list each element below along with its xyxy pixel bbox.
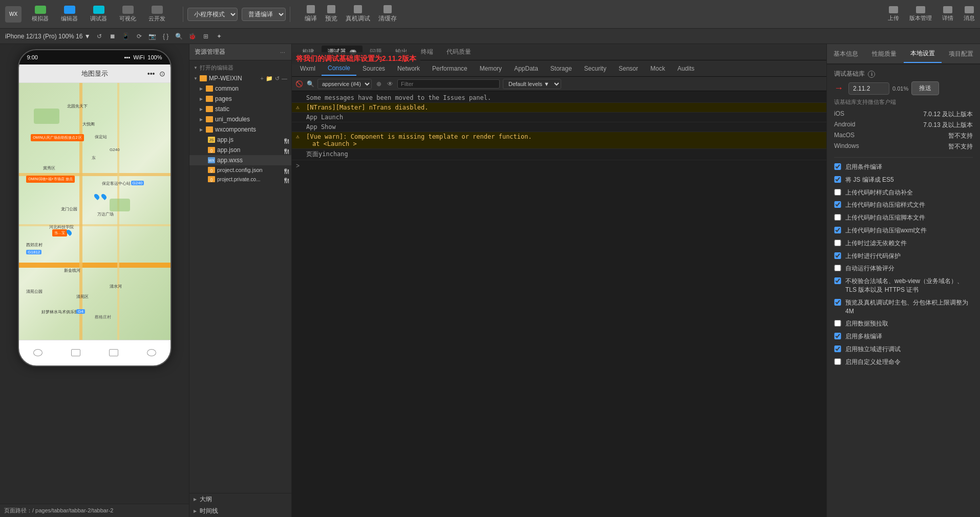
checkbox-row-14[interactable]: 启用自定义处理命令 — [834, 358, 973, 367]
real-debug-btn[interactable]: 真机调试 — [346, 5, 370, 23]
upload-btn[interactable]: 上传 — [888, 6, 899, 22]
devtools-tab-memory[interactable]: Memory — [474, 62, 508, 75]
map-marker-3[interactable]: 当…宝 — [52, 229, 67, 236]
right-tab-local[interactable]: 本地设置 — [904, 45, 942, 63]
editor-btn[interactable]: 编辑器 — [56, 4, 83, 25]
checkbox-8[interactable] — [834, 265, 841, 271]
tab-debugger[interactable]: 调试器 2 — [322, 46, 363, 58]
tab-send[interactable] — [33, 349, 42, 357]
message-btn[interactable]: 消息 — [964, 6, 975, 22]
devtools-tab-mock[interactable]: Mock — [644, 62, 671, 75]
send-btn[interactable]: 推送 — [911, 81, 939, 95]
checkbox-9[interactable] — [834, 277, 841, 284]
checkbox-row-1[interactable]: 将 JS 编译成 ES5 — [834, 176, 973, 184]
console-level-select[interactable]: Default levels ▼ — [503, 79, 561, 89]
tab-build[interactable]: 构建 — [296, 46, 321, 58]
checkbox-row-8[interactable]: 自动运行体验评分 — [834, 264, 973, 273]
checkbox-11[interactable] — [834, 320, 841, 327]
explorer-more-icon[interactable]: ··· — [279, 49, 286, 56]
checkbox-row-12[interactable]: 启用多核编译 — [834, 332, 973, 341]
checkbox-13[interactable] — [834, 346, 841, 352]
screenshot-icon[interactable]: 📷 — [148, 32, 157, 41]
checkbox-0[interactable] — [834, 163, 841, 170]
visualize-btn[interactable]: 可视化 — [114, 4, 141, 25]
devtools-tab-console[interactable]: Console — [322, 61, 356, 76]
checkbox-2[interactable] — [834, 189, 841, 196]
checkbox-row-11[interactable]: 启用数据预拉取 — [834, 319, 973, 328]
debug-lib-info-icon[interactable]: ℹ — [868, 71, 875, 78]
checkbox-row-9[interactable]: 不校验合法域名、web-view（业务域名）、TLS 版本以及 HTTPS 证书 — [834, 277, 973, 294]
checkbox-7[interactable] — [834, 252, 841, 259]
devtools-tab-appdata[interactable]: AppData — [508, 62, 544, 75]
checkbox-1[interactable] — [834, 176, 841, 183]
simulator-btn[interactable]: 模拟器 — [27, 4, 54, 25]
tree-item-wxcomponents[interactable]: ▶ wxcomponents — [189, 124, 291, 135]
code-icon[interactable]: { } — [161, 32, 171, 41]
mode-select[interactable]: 小程序模式 — [187, 8, 238, 21]
outline-item[interactable]: ▶ 大纲 — [189, 493, 291, 505]
right-tab-basic[interactable]: 基本信息 — [827, 46, 865, 62]
console-eye-icon[interactable]: 👁 — [386, 80, 394, 88]
console-search-icon[interactable]: 🔍 — [306, 80, 314, 88]
map-marker-2[interactable]: OMINI回收+福+市场店 放点 — [26, 176, 74, 183]
devtools-tab-sensor[interactable]: Sensor — [612, 62, 644, 75]
tree-item-app-json[interactable]: ▶ {} app.json M — [189, 145, 291, 155]
checkbox-row-2[interactable]: 上传代码时样式自动补全 — [834, 188, 973, 197]
checkbox-row-7[interactable]: 上传时进行代码保护 — [834, 252, 973, 261]
devtools-tab-network[interactable]: Network — [391, 62, 426, 75]
tree-item-common[interactable]: ▶ common — [189, 83, 291, 94]
console-filter-input[interactable] — [397, 79, 500, 89]
right-tab-project[interactable]: 项目配置 — [942, 46, 980, 62]
tab-code-quality[interactable]: 代码质量 — [440, 46, 477, 58]
checkbox-row-6[interactable]: 上传时过滤无依赖文件 — [834, 239, 973, 248]
checkbox-row-3[interactable]: 上传代码时自动压缩样式文件 — [834, 201, 973, 209]
root-folder[interactable]: ▼ MP-WEIXIN + 📁 ↺ — — [189, 73, 291, 83]
refresh-tree-icon[interactable]: ↺ — [275, 75, 280, 82]
devtools-tab-performance[interactable]: Performance — [426, 62, 474, 75]
tree-item-pages[interactable]: ▶ pages — [189, 94, 291, 104]
collapse-icon[interactable]: — — [282, 75, 287, 82]
devtools-tab-audits[interactable]: Audits — [671, 62, 700, 75]
tab-issues[interactable]: 问题 — [364, 46, 388, 58]
refresh-icon[interactable]: ↺ — [95, 32, 104, 41]
detail-btn[interactable]: 详情 — [942, 6, 953, 22]
tree-item-static[interactable]: ▶ static — [189, 104, 291, 114]
tree-item-app-wxss[interactable]: ▶ WX app.wxss — [189, 155, 291, 165]
tab-expand[interactable] — [71, 349, 80, 357]
compile-btn[interactable]: 编译 — [305, 5, 317, 23]
map-marker-1[interactable]: OMINI人民广场自助投放点2 区 — [31, 134, 84, 141]
checkbox-3[interactable] — [834, 201, 841, 208]
star-icon[interactable]: ✦ — [215, 32, 224, 41]
console-prompt[interactable]: > — [292, 160, 826, 171]
device-select[interactable]: iPhone 12/13 (Pro) 100% 16 ▼ — [5, 33, 91, 40]
tree-item-project-private[interactable]: ▶ {} project.private.co... M — [189, 175, 291, 184]
stop-icon[interactable]: ⏹ — [108, 32, 117, 41]
version-mgr-btn[interactable]: 版本管理 — [909, 6, 932, 22]
version-input[interactable] — [848, 82, 889, 95]
tree-item-project-config[interactable]: ▶ {} project.config.json M — [189, 165, 291, 175]
checkbox-row-10[interactable]: 预览及真机调试时主包、分包体积上限调整为4M — [834, 298, 973, 316]
search-icon[interactable]: 🔍 — [175, 32, 184, 41]
debug-icon[interactable]: 🐞 — [188, 32, 197, 41]
checkbox-10[interactable] — [834, 299, 841, 306]
timeline-item[interactable]: ▶ 时间线 — [189, 505, 291, 517]
tree-item-uni-modules[interactable]: ▶ uni_modules — [189, 114, 291, 124]
checkbox-row-4[interactable]: 上传代码时自动压缩脚本文件 — [834, 213, 973, 222]
checkbox-6[interactable] — [834, 240, 841, 246]
checkbox-row-13[interactable]: 启用独立域进行调试 — [834, 345, 973, 354]
devtools-tab-sources[interactable]: Sources — [356, 62, 391, 75]
console-clear-icon[interactable]: 🚫 — [295, 80, 303, 88]
cloud-btn[interactable]: 云开发 — [143, 4, 171, 25]
checkbox-4[interactable] — [834, 214, 841, 221]
checkbox-14[interactable] — [834, 358, 841, 365]
appservice-select[interactable]: appservice (#4) — [317, 79, 372, 89]
preview-btn[interactable]: 预览 — [325, 5, 337, 23]
console-expand-icon[interactable]: ⊕ — [375, 80, 383, 88]
new-file-icon[interactable]: + — [261, 75, 264, 82]
tab-car[interactable] — [109, 349, 118, 357]
checkbox-row-0[interactable]: 启用条件编译 — [834, 163, 973, 171]
devtools-tab-storage[interactable]: Storage — [544, 62, 578, 75]
checkbox-row-5[interactable]: 上传代码时自动压缩wxml文件 — [834, 226, 973, 235]
tab-terminal[interactable]: 终端 — [415, 46, 439, 58]
rotate-icon[interactable]: ⟳ — [135, 32, 144, 41]
